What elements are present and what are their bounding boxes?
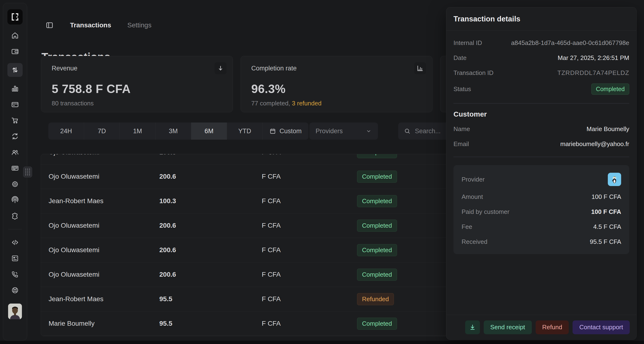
- range-7d[interactable]: 7D: [84, 123, 120, 140]
- currency-cell: F CFA: [262, 173, 357, 180]
- received-row: Received 95.5 F CFA: [462, 237, 621, 246]
- panel-divider: [454, 157, 629, 157]
- sidebar-nav: [8, 31, 23, 295]
- panel-footer: Send receipt Refund Contact support: [446, 315, 636, 340]
- currency-cell: F CFA: [262, 197, 357, 205]
- sidebar-item-integrations[interactable]: [11, 212, 19, 220]
- download-icon: [217, 65, 224, 72]
- status-badge: Completed: [357, 195, 397, 207]
- penguin-icon: [609, 174, 620, 185]
- received-label: Received: [462, 238, 487, 245]
- sidebar-item-customers[interactable]: [11, 148, 19, 157]
- revenue-export-button[interactable]: [214, 62, 226, 74]
- completion-chart-button[interactable]: [414, 62, 426, 74]
- status-badge: Completed: [357, 154, 397, 158]
- panel-toggle-button[interactable]: [45, 21, 54, 29]
- amount-cell: 200.6: [159, 271, 262, 278]
- sidebar-item-home[interactable]: [11, 31, 19, 40]
- sidebar-item-docs[interactable]: [11, 254, 19, 263]
- paid-by-customer-row: Paid by customer 100 F CFA: [462, 207, 621, 216]
- table-row[interactable]: Jean-Robert Maes 100.3 F CFA Completed: [41, 189, 453, 213]
- wallet-icon: [11, 47, 19, 55]
- table-row[interactable]: Jean-Robert Maes 95.5 F CFA Refunded: [41, 287, 453, 311]
- user-avatar[interactable]: [8, 304, 22, 319]
- transaction-id-label: Transaction ID: [454, 69, 494, 77]
- sidebar-item-recurring[interactable]: [11, 132, 19, 141]
- chevron-down-icon: [366, 128, 372, 134]
- sidebar-item-cart[interactable]: [11, 116, 19, 125]
- range-custom[interactable]: Custom: [263, 123, 308, 140]
- send-receipt-button[interactable]: Send receipt: [484, 321, 532, 334]
- paid-value: 100 F CFA: [591, 208, 621, 215]
- completion-rate-card: Completion rate 96.3% 77 completed, 3 re…: [240, 56, 432, 112]
- customer-name-row: Name Marie Boumelly: [454, 125, 629, 133]
- range-24h[interactable]: 24H: [48, 123, 84, 140]
- puzzle-icon: [11, 212, 19, 220]
- providers-select[interactable]: Providers: [310, 123, 378, 140]
- provider-label: Provider: [462, 176, 485, 183]
- sidebar-item-credit-card[interactable]: [11, 100, 19, 109]
- table-row-partial[interactable]: Ojo Oluwasetemi 100.3 F CFA Completed: [41, 154, 453, 165]
- range-ytd[interactable]: YTD: [227, 123, 263, 140]
- card-terminal-icon: [11, 164, 19, 172]
- currency-cell: F CFA: [262, 295, 357, 303]
- date-label: Date: [454, 54, 466, 62]
- range-3m[interactable]: 3M: [156, 123, 191, 140]
- status-badge: Completed: [357, 171, 397, 183]
- status-label: Status: [454, 85, 471, 93]
- amount-cell: 100.3: [159, 197, 262, 205]
- download-tray-icon: [469, 324, 476, 331]
- customer-name-cell: Ojo Oluwasetemi: [48, 173, 159, 180]
- sidebar-item-developers[interactable]: [11, 238, 19, 247]
- article-icon: [11, 254, 19, 262]
- customer-email-row: Email marieboumelly@yahoo.fr: [454, 140, 629, 148]
- tab-transactions[interactable]: Transactions: [70, 21, 111, 29]
- status-row: Status Completed: [454, 83, 629, 95]
- app-logo[interactable]: [8, 9, 23, 24]
- sidebar-item-phone-support[interactable]: [11, 270, 19, 279]
- sidebar-resize-handle[interactable]: [23, 167, 32, 177]
- range-1m[interactable]: 1M: [120, 123, 156, 140]
- sidebar-item-transactions-active[interactable]: [8, 63, 23, 77]
- revenue-value: 5 758.8 F CFA: [52, 82, 222, 96]
- revenue-card: Revenue 5 758.8 F CFA 80 transactions: [41, 56, 233, 112]
- range-6m-active[interactable]: 6M: [191, 123, 227, 140]
- tab-settings[interactable]: Settings: [128, 21, 152, 29]
- paid-label: Paid by customer: [462, 208, 510, 215]
- credit-card-icon: [11, 100, 19, 109]
- table-row[interactable]: Ojo Oluwasetemi 200.6 F CFA Completed: [41, 238, 453, 262]
- customer-name-cell: Jean-Robert Maes: [48, 295, 159, 303]
- bottom-edge-strip: [0, 341, 644, 344]
- custom-range-label: Custom: [279, 128, 302, 135]
- download-receipt-button[interactable]: [465, 321, 480, 334]
- refunded-count: 3 refunded: [292, 100, 322, 107]
- sidebar-item-analytics[interactable]: [11, 84, 19, 93]
- amount-value: 100 F CFA: [592, 193, 621, 200]
- search-icon: [404, 128, 410, 134]
- panel-body: Internal ID a845a2b8-1d7a-465d-aae0-0c61…: [446, 31, 636, 254]
- sidebar-item-wallet[interactable]: [11, 47, 19, 56]
- contact-support-button[interactable]: Contact support: [572, 321, 630, 334]
- app-root: Transactions Settings Transactions Reven…: [0, 0, 644, 344]
- sidebar-item-terminal[interactable]: [11, 164, 19, 172]
- table-row[interactable]: Ojo Oluwasetemi 200.6 F CFA Completed: [41, 165, 453, 189]
- currency-cell: F CFA: [262, 320, 357, 327]
- currency-cell: F CFA: [262, 246, 357, 254]
- fee-row: Fee 4.5 F CFA: [462, 222, 621, 231]
- fee-label: Fee: [462, 223, 472, 230]
- table-row[interactable]: Ojo Oluwasetemi 200.6 F CFA Completed: [41, 262, 453, 287]
- customer-name-cell: Ojo Oluwasetemi: [48, 271, 159, 278]
- completion-card-title: Completion rate: [251, 65, 422, 72]
- email-label: Email: [454, 140, 469, 148]
- status-badge: Refunded: [357, 293, 394, 305]
- refund-button[interactable]: Refund: [536, 321, 569, 334]
- status-badge: Completed: [357, 220, 397, 232]
- sidebar-item-broadcast[interactable]: [11, 196, 19, 204]
- table-row[interactable]: Marie Boumelly 95.5 F CFA Completed: [41, 311, 453, 336]
- panel-title: Transaction details: [454, 15, 520, 23]
- table-row[interactable]: Ojo Oluwasetemi 200.6 F CFA Completed: [41, 213, 453, 238]
- sidebar-item-settings[interactable]: [11, 180, 19, 188]
- status-badge-panel: Completed: [591, 83, 629, 95]
- email-value: marieboumelly@yahoo.fr: [560, 140, 629, 148]
- sidebar-item-help[interactable]: [11, 286, 19, 295]
